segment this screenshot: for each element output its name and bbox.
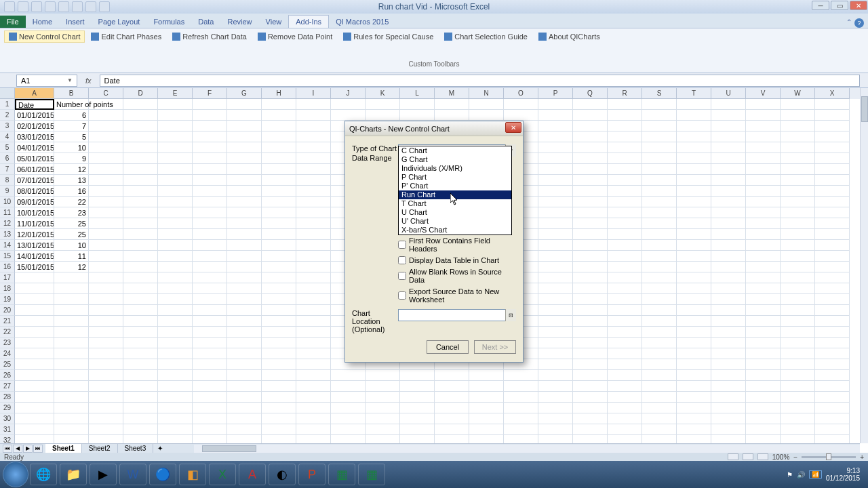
normal-view-button[interactable]: [728, 453, 738, 460]
cell[interactable]: [608, 370, 642, 381]
cell[interactable]: [54, 305, 89, 316]
cell[interactable]: [193, 370, 227, 381]
cell[interactable]: [158, 131, 193, 142]
row-header[interactable]: 12: [0, 218, 15, 229]
add-sheet-button[interactable]: ✦: [153, 445, 167, 452]
cell[interactable]: [123, 164, 158, 175]
cell[interactable]: [227, 99, 262, 110]
tray-flag-icon[interactable]: ⚑: [787, 471, 793, 479]
cell[interactable]: [711, 392, 746, 403]
cell[interactable]: [711, 229, 746, 240]
cell[interactable]: [262, 381, 296, 392]
cell[interactable]: [573, 305, 608, 316]
cell[interactable]: [469, 435, 504, 443]
cell[interactable]: [677, 403, 711, 413]
cell[interactable]: [54, 294, 89, 305]
cell[interactable]: [262, 153, 296, 164]
cell[interactable]: [89, 424, 123, 435]
tab-insert[interactable]: Insert: [59, 16, 92, 28]
column-header[interactable]: W: [781, 88, 815, 99]
cell[interactable]: [573, 262, 608, 272]
tray-volume-icon[interactable]: 🔊: [797, 471, 805, 479]
cell[interactable]: [193, 413, 227, 424]
column-header[interactable]: O: [504, 88, 538, 99]
row-header[interactable]: 10: [0, 197, 15, 207]
cell[interactable]: [815, 262, 850, 272]
cell[interactable]: [642, 186, 677, 197]
cell[interactable]: [573, 153, 608, 164]
cell[interactable]: [123, 153, 158, 164]
cell[interactable]: [89, 413, 123, 424]
cell[interactable]: [227, 121, 262, 131]
cell[interactable]: [781, 110, 815, 121]
cell[interactable]: [400, 392, 435, 403]
cell[interactable]: [746, 121, 781, 131]
cell[interactable]: Date: [15, 99, 54, 110]
cell[interactable]: [89, 403, 123, 413]
tab-formulas[interactable]: Formulas: [146, 16, 191, 28]
cell[interactable]: [746, 207, 781, 218]
dropdown-option[interactable]: X-bar/S Chart: [399, 226, 511, 235]
cell[interactable]: [89, 153, 123, 164]
cell[interactable]: [193, 131, 227, 142]
cell[interactable]: [123, 121, 158, 131]
dropdown-option[interactable]: Run Chart: [399, 190, 511, 199]
cell[interactable]: [711, 153, 746, 164]
cell[interactable]: [89, 164, 123, 175]
cell[interactable]: [123, 229, 158, 240]
cell[interactable]: [746, 251, 781, 262]
cell[interactable]: [642, 142, 677, 153]
cell[interactable]: [262, 392, 296, 403]
cell[interactable]: [815, 121, 850, 131]
cell[interactable]: [400, 110, 435, 121]
cell[interactable]: [227, 435, 262, 443]
row-header[interactable]: 19: [0, 294, 15, 305]
cell[interactable]: [573, 338, 608, 348]
cell[interactable]: [538, 251, 573, 262]
cell[interactable]: [400, 381, 435, 392]
allow-blank-rows-checkbox[interactable]: [398, 272, 406, 280]
cell[interactable]: [262, 229, 296, 240]
cell[interactable]: [815, 240, 850, 251]
cell[interactable]: [538, 392, 573, 403]
row-header[interactable]: 4: [0, 131, 15, 142]
cell[interactable]: 03/01/2015: [15, 131, 54, 142]
cell[interactable]: [89, 229, 123, 240]
sheet-tab-3[interactable]: Sheet3: [118, 444, 154, 453]
cell[interactable]: [538, 370, 573, 381]
cell[interactable]: [781, 229, 815, 240]
cell[interactable]: [123, 272, 158, 283]
column-header[interactable]: P: [538, 88, 573, 99]
cell[interactable]: [15, 403, 54, 413]
cell[interactable]: [89, 359, 123, 370]
cell[interactable]: [781, 164, 815, 175]
cell[interactable]: [158, 142, 193, 153]
cell[interactable]: [296, 327, 331, 338]
cell[interactable]: [746, 305, 781, 316]
cell[interactable]: [642, 316, 677, 327]
cell[interactable]: [781, 305, 815, 316]
sheet-nav-last[interactable]: ⏭: [33, 445, 43, 453]
minimize-ribbon-icon[interactable]: ⌃: [846, 18, 852, 28]
export-source-data-checkbox[interactable]: [398, 291, 406, 300]
cell[interactable]: [711, 327, 746, 338]
cell[interactable]: [608, 338, 642, 348]
cell[interactable]: [158, 283, 193, 294]
cell[interactable]: [158, 186, 193, 197]
cell[interactable]: [677, 121, 711, 131]
cell[interactable]: [642, 251, 677, 262]
row-header[interactable]: 28: [0, 392, 15, 403]
tab-review[interactable]: Review: [220, 16, 258, 28]
cell[interactable]: [711, 262, 746, 272]
cell[interactable]: [711, 142, 746, 153]
cell[interactable]: [677, 262, 711, 272]
cell[interactable]: [642, 294, 677, 305]
close-button[interactable]: ✕: [850, 1, 867, 10]
cell[interactable]: [15, 283, 54, 294]
cell[interactable]: [781, 348, 815, 359]
cell[interactable]: [296, 131, 331, 142]
row-header[interactable]: 21: [0, 316, 15, 327]
cell[interactable]: [89, 305, 123, 316]
cell[interactable]: [296, 207, 331, 218]
cell[interactable]: 6: [54, 110, 89, 121]
